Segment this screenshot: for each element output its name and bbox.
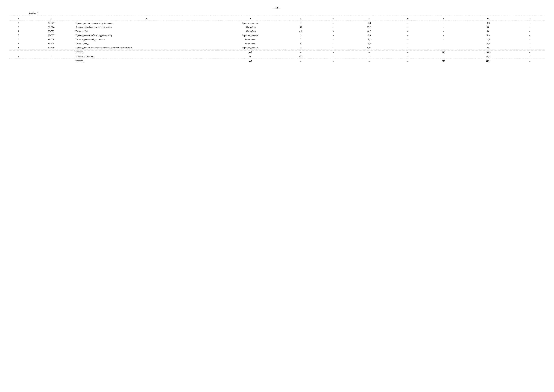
cell-8-7: – [348,50,390,55]
cell-2-8: – [390,29,426,33]
header-col-5: 5 [283,16,319,21]
cell-11-7: – [348,59,390,63]
cell-0-6: – [319,21,348,25]
cell-6-3: Присоединение дренажного провода к тягов… [75,46,218,50]
cell-4-11: – [515,37,545,42]
header-col-1: I [9,16,27,21]
cell-8-1 [9,50,27,55]
cell-0-10: II,3 [461,21,515,25]
cell-6-11: – [515,46,545,50]
cell-8-5: – [283,50,319,55]
table-row-4: 629–528То же, к дренажной уста-новкеIком… [9,37,545,42]
cell-11-5: – [283,59,319,63]
cell-2-7: 46,3 [348,29,390,33]
table-row-5: 729–528То же, проводаIкомп-лекс4–18,6––7… [9,42,545,46]
cell-0-2: 29–527 [27,21,75,25]
cell-0-11: – [515,21,545,25]
cell-5-5: 4 [283,42,319,46]
cell-8-9: 270 [426,50,461,55]
page-number: - 18 - [9,6,545,9]
cell-11-11: – [515,59,545,63]
cell-9-10: 49,6 [461,55,515,59]
cell-3-2: 29–527 [27,33,75,37]
cell-4-9: – [426,37,461,42]
cell-0-5: I [283,21,319,25]
cell-11-6: – [319,59,348,63]
cell-9-11: – [515,55,545,59]
table-row-8: ИТОГО:руб––––270298,5– [9,50,545,55]
cell-6-4: Iприсое-динение [217,46,283,50]
cell-9-4: % [217,55,283,59]
cell-2-4: 100м кабеля [217,29,283,33]
cell-1-8: – [390,25,426,29]
cell-6-6: – [319,46,348,50]
cell-9-7: – [348,55,390,59]
table-row-2: 429–522То же, до 2 кг100м кабеля0,1–46,3… [9,29,545,33]
cell-11-3: ИТОГО: [75,59,218,63]
cell-1-7: 57,8 [348,25,390,29]
header-col-2: 2 [27,16,75,21]
cell-3-8: – [390,33,426,37]
header-col-10: 10 [461,16,515,21]
cell-9-8: – [390,55,426,59]
cell-4-3: То же, к дренажной уста-новке [75,37,218,42]
cell-2-6: – [319,29,348,33]
cell-2-9: – [426,29,461,33]
cell-6-7: 9,54 [348,46,390,50]
cell-9-1: 9 [9,55,27,59]
table-row-11: ИТОГО:руб––––270348,I– [9,59,545,63]
cell-6-8: – [390,46,426,50]
cell-1-11: – [515,25,545,29]
cell-0-9: – [426,21,461,25]
cell-1-2: 29–524 [27,25,75,29]
cell-5-7: 18,6 [348,42,390,46]
cell-4-2: 29–528 [27,37,75,42]
cell-9-2: – [27,55,75,59]
cell-11-9: 270 [426,59,461,63]
cell-3-6: – [319,33,348,37]
cell-4-4: Iкомп-лекс [217,37,283,42]
header-col-11: II [515,16,545,21]
cell-5-8: – [390,42,426,46]
cell-4-7: 18,6 [348,37,390,42]
cell-8-2 [27,50,75,55]
table-row-3: 529–527Присоединение кабеля к трубопрово… [9,33,545,37]
cell-11-1 [9,59,27,63]
cell-9-3: Накладные расходы [75,55,218,59]
cell-3-9: – [426,33,461,37]
cell-2-2: 29–522 [27,29,75,33]
header-col-9: 9 [426,16,461,21]
cell-5-3: То же, провода [75,42,218,46]
cell-0-3: Присоединение провода к трубопроводу [75,21,218,25]
cell-5-1: 7 [9,42,27,46]
cell-4-10: 37,2 [461,37,515,42]
cell-5-11: – [515,42,545,46]
cell-4-5: 2 [283,37,319,42]
cell-5-9: – [426,42,461,46]
album-label: Альбом II [28,12,545,15]
cell-8-6: – [319,50,348,55]
header-col-7: 7 [348,16,390,21]
cell-3-11: – [515,33,545,37]
cell-2-1: 4 [9,29,27,33]
cell-1-3: Дренажный кабель при весе 1м до 6 кг [75,25,218,29]
cell-4-8: – [390,37,426,42]
cell-8-4: руб [217,50,283,55]
cell-3-3: Присоединение кабеля к трубопроводу [75,33,218,37]
cell-3-1: 5 [9,33,27,37]
cell-9-5: 16,7 [283,55,319,59]
cell-11-4: руб [217,59,283,63]
cell-3-10: II,3 [461,33,515,37]
table-row-9: 9–Накладные расходы%16,7––––49,6– [9,55,545,59]
cell-8-10: 298,5 [461,50,515,55]
cell-0-7: II,3 [348,21,390,25]
cell-8-11: – [515,50,545,55]
cell-1-9: – [426,25,461,29]
cell-1-5: 0,I [283,25,319,29]
cell-1-4: 100м кабеля [217,25,283,29]
cell-4-6: – [319,37,348,42]
cell-6-1: 8 [9,46,27,50]
cell-11-8: – [390,59,426,63]
cell-5-10: 74,4 [461,42,515,46]
cell-2-11: – [515,29,545,33]
